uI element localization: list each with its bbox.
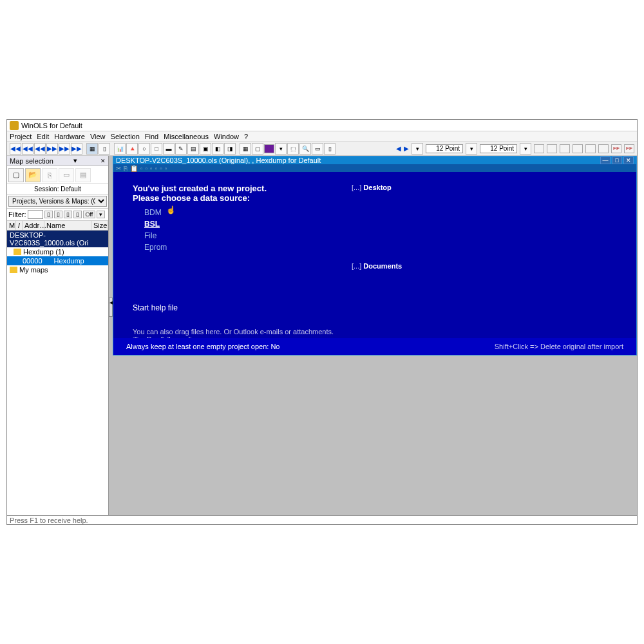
mdi-area: ◂ DESKTOP-V2C603S_10000.ols (Original), … [109, 156, 637, 515]
tool-o-icon[interactable]: ▭ [312, 143, 323, 155]
sidebar-close-icon[interactable]: ✕ [100, 158, 106, 164]
menu-help[interactable]: ? [244, 133, 248, 140]
ff-1-icon[interactable]: FF [611, 144, 621, 153]
col-addr[interactable]: Addr… [23, 221, 44, 230]
menu-hardware[interactable]: Hardware [54, 133, 85, 140]
projects-combo[interactable]: Projects, Versions & Maps: (Ctrl+Shift+F… [8, 196, 107, 207]
filter-btn3[interactable]: ▯ [64, 211, 72, 218]
filter-btn4[interactable]: ▯ [73, 211, 82, 218]
col-m[interactable]: M [7, 221, 16, 230]
menu-find[interactable]: Find [145, 133, 158, 140]
tool-m-icon[interactable]: ⬚ [287, 143, 299, 155]
child-close-icon[interactable]: ✕ [623, 156, 634, 164]
sidebar-open-icon[interactable]: 📂 [25, 168, 41, 182]
view-1-icon[interactable] [534, 144, 544, 153]
child-min-icon[interactable]: — [600, 156, 611, 164]
ct-f-icon[interactable]: ▫ [165, 165, 167, 172]
ct-a-icon[interactable]: ▫ [140, 165, 143, 172]
tool-i-icon[interactable]: ◨ [224, 143, 236, 155]
color-box-icon[interactable] [264, 144, 274, 153]
tool-e-icon[interactable]: ✎ [175, 143, 187, 155]
col-size[interactable]: Size [91, 221, 108, 230]
ff-2-icon[interactable]: FF [624, 144, 634, 153]
sidebar-new-icon[interactable]: ▢ [8, 168, 24, 182]
nav-last-icon[interactable]: ▶▶ [71, 143, 82, 155]
sidebar-tool4-icon[interactable]: ▭ [59, 168, 74, 182]
filter-btn1[interactable]: ▯ [44, 211, 53, 218]
menu-window[interactable]: Window [214, 133, 239, 140]
hint-line1: You can also drag files here. Or Outlook… [133, 328, 617, 336]
ct-b-icon[interactable]: ▫ [146, 165, 148, 172]
desktop-link[interactable]: [...] Desktop [352, 184, 402, 191]
tool-n-icon[interactable]: 🔍 [299, 143, 311, 155]
tool-d-icon[interactable]: ▬ [163, 143, 175, 155]
filter-input[interactable] [28, 210, 43, 219]
bracket-icon: [...] [352, 262, 361, 270]
spin-1-icon[interactable]: ▾ [466, 143, 477, 155]
col-slash[interactable]: / [16, 221, 23, 230]
tool-a-icon[interactable]: 🔺 [126, 143, 138, 155]
menu-misc[interactable]: Miscellaneous [164, 133, 209, 140]
view-2-icon[interactable] [547, 144, 557, 153]
menu-view[interactable]: View [90, 133, 106, 140]
documents-link[interactable]: [...] Documents [352, 262, 402, 270]
keep-open-toggle[interactable]: Always keep at least one empty project o… [126, 343, 279, 350]
ct-cut-icon[interactable]: ✂ [116, 165, 121, 172]
spin-2-icon[interactable]: ▾ [520, 143, 531, 155]
nav-prev-icon[interactable]: ◀◀ [22, 143, 33, 155]
filter-off[interactable]: Off [83, 211, 96, 218]
tree-hexdump-row[interactable]: Hexdump (1) [7, 247, 108, 256]
tree-hex-entry[interactable]: 00000 Hexdump [7, 256, 108, 265]
view-6-icon[interactable] [598, 144, 609, 153]
start-help-link[interactable]: Start help file [133, 303, 617, 312]
ct-c-icon[interactable]: ▫ [150, 165, 153, 172]
ct-d-icon[interactable]: ▫ [155, 165, 158, 172]
menubar: Project Edit Hardware View Selection Fin… [7, 131, 637, 142]
sidebar-dropdown-icon[interactable]: ▾ [73, 156, 77, 165]
tool-b-icon[interactable]: ○ [138, 143, 150, 155]
filter-btn2[interactable]: ▯ [54, 211, 62, 218]
tree-project-row[interactable]: DESKTOP-V2C603S_10000.ols (Ori [7, 231, 108, 247]
nav2-opts-icon[interactable]: ▾ [412, 143, 423, 155]
sidebar-copy-icon[interactable]: ⎘ [42, 168, 57, 182]
filter-dd-icon[interactable]: ▾ [97, 211, 105, 218]
tool-grid-icon[interactable]: ▦ [86, 143, 98, 155]
view-3-icon[interactable] [560, 144, 570, 153]
tree-mymaps-row[interactable]: My maps [7, 265, 108, 274]
view-5-icon[interactable] [585, 144, 596, 153]
tool-k-icon[interactable]: ▢ [252, 143, 263, 155]
tool-j-icon[interactable]: ▦ [240, 143, 251, 155]
tool-p-icon[interactable]: ▯ [324, 143, 336, 155]
font-size-1[interactable] [426, 144, 463, 153]
tool-f-icon[interactable]: ▤ [187, 143, 199, 155]
nav-fwd-icon[interactable]: ▶▶ [46, 143, 58, 155]
ct-copy-icon[interactable]: ⎘ [124, 165, 128, 172]
view-4-icon[interactable] [573, 144, 583, 153]
menu-edit[interactable]: Edit [37, 133, 49, 140]
ct-paste-icon[interactable]: 📋 [130, 165, 138, 172]
nav2-fwd-icon[interactable]: ▶ [404, 145, 409, 152]
nav2-back-icon[interactable]: ◀ [396, 145, 401, 152]
hex-name: Hexdump [54, 257, 84, 265]
nav-back-icon[interactable]: ◀◀ [34, 143, 46, 155]
tool-c-icon[interactable]: □ [151, 143, 162, 155]
tool-g-icon[interactable]: ▣ [200, 143, 211, 155]
font-size-2[interactable] [480, 144, 517, 153]
col-name[interactable]: Name [44, 221, 91, 230]
tool-l-icon[interactable]: ▾ [275, 143, 287, 155]
ct-e-icon[interactable]: ▫ [160, 165, 162, 172]
sidebar-tool5-icon[interactable]: ▤ [75, 168, 91, 182]
menu-project[interactable]: Project [10, 133, 32, 140]
tool-chart-icon[interactable]: 📊 [114, 143, 126, 155]
tool-h-icon[interactable]: ◧ [212, 143, 223, 155]
tool-layout-icon[interactable]: ▯ [99, 143, 110, 155]
child-max-icon[interactable]: □ [612, 156, 622, 164]
filter-label: Filter: [8, 211, 26, 218]
nav-next-icon[interactable]: ▶▶ [59, 143, 70, 155]
child-bottom-bar: Always keep at least one empty project o… [113, 338, 636, 355]
tree-area[interactable]: DESKTOP-V2C603S_10000.ols (Ori Hexdump (… [7, 231, 108, 515]
menu-selection[interactable]: Selection [111, 133, 140, 140]
nav-first-icon[interactable]: ◀◀ [10, 143, 21, 155]
content-row: Map selection ▾ ✕ ▢ 📂 ⎘ ▭ ▤ Session: Def… [7, 156, 637, 515]
tree-mymaps-label: My maps [19, 266, 48, 274]
